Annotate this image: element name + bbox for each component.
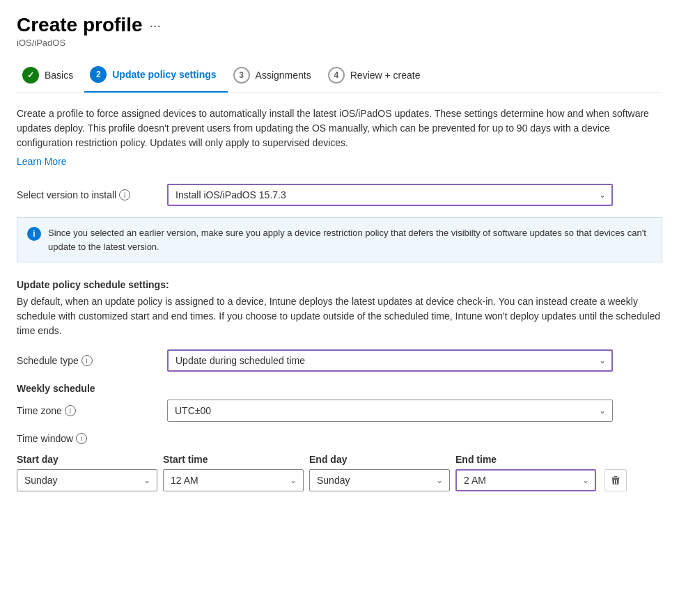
step-review-create[interactable]: 4 Review + create xyxy=(322,60,432,92)
version-dropdown-wrapper: Latest updateInstall iOS/iPadOS 15.7.3In… xyxy=(167,184,613,206)
page-subtitle: iOS/iPadOS xyxy=(17,38,662,48)
step-update-policy-label: Update policy settings xyxy=(112,69,216,80)
step-assignments[interactable]: 3 Assignments xyxy=(228,60,322,92)
page-title: Create profile xyxy=(17,14,143,36)
version-label: Select version to install i xyxy=(17,189,156,200)
schedule-section-desc: By default, when an update policy is ass… xyxy=(17,294,662,338)
info-box: i Since you selected an earlier version,… xyxy=(17,217,662,262)
learn-more-link[interactable]: Learn More xyxy=(17,156,67,167)
step-assignments-circle: 3 xyxy=(233,67,250,84)
wizard-steps: ✓ Basics 2 Update policy settings 3 Assi… xyxy=(17,59,662,93)
end-day-col: End day SundayMondayTuesdayWednesdayThur… xyxy=(309,454,450,491)
weekly-schedule-heading: Weekly schedule xyxy=(17,383,662,394)
delete-row-button[interactable] xyxy=(604,469,627,491)
schedule-type-form-row: Schedule type i Update at next check-inU… xyxy=(17,349,662,372)
time-window-grid: Start day SundayMondayTuesdayWednesdayTh… xyxy=(17,452,630,491)
end-day-dropdown-wrapper: SundayMondayTuesdayWednesdayThursdayFrid… xyxy=(309,469,450,491)
schedule-type-info-icon[interactable]: i xyxy=(81,355,93,366)
version-dropdown[interactable]: Latest updateInstall iOS/iPadOS 15.7.3In… xyxy=(167,184,613,206)
timezone-form-row: Time zone i UTC±00UTC-05:00UTC-08:00UTC+… xyxy=(17,400,662,422)
schedule-type-dropdown[interactable]: Update at next check-inUpdate during sch… xyxy=(167,349,613,372)
end-day-dropdown[interactable]: SundayMondayTuesdayWednesdayThursdayFrid… xyxy=(309,469,450,491)
step-update-policy[interactable]: 2 Update policy settings xyxy=(84,59,227,93)
info-box-icon: i xyxy=(27,227,41,241)
timezone-dropdown-wrapper: UTC±00UTC-05:00UTC-08:00UTC+01:00 ⌄ xyxy=(167,400,613,422)
start-day-header: Start day xyxy=(17,454,157,465)
time-window-label: Time window xyxy=(17,433,73,444)
time-window-info-icon[interactable]: i xyxy=(76,433,87,444)
trash-icon xyxy=(610,475,621,486)
timezone-info-icon[interactable]: i xyxy=(65,405,76,416)
delete-col xyxy=(602,452,630,491)
end-time-header: End time xyxy=(455,454,596,465)
start-time-header: Start time xyxy=(163,454,304,465)
end-time-dropdown[interactable]: 12 AM1 AM2 AM3 AM4 AM5 AM6 AM xyxy=(455,469,596,491)
timezone-label: Time zone i xyxy=(17,405,156,416)
step-basics-label: Basics xyxy=(45,70,73,81)
version-info-icon[interactable]: i xyxy=(119,189,130,200)
section-description: Create a profile to force assigned devic… xyxy=(17,106,662,150)
start-time-col: Start time 12 AM1 AM2 AM3 AM4 AM5 AM6 AM… xyxy=(163,454,304,491)
schedule-type-dropdown-wrapper: Update at next check-inUpdate during sch… xyxy=(167,349,613,372)
version-form-row: Select version to install i Latest updat… xyxy=(17,184,662,206)
step-review-create-label: Review + create xyxy=(350,70,421,81)
start-day-col: Start day SundayMondayTuesdayWednesdayTh… xyxy=(17,454,157,491)
start-time-dropdown[interactable]: 12 AM1 AM2 AM3 AM4 AM5 AM6 AM xyxy=(163,469,304,491)
step-basics[interactable]: ✓ Basics xyxy=(17,60,84,92)
step-basics-circle: ✓ xyxy=(22,67,39,84)
step-assignments-label: Assignments xyxy=(256,70,311,81)
end-time-col: End time 12 AM1 AM2 AM3 AM4 AM5 AM6 AM ⌄ xyxy=(455,454,596,491)
step-update-policy-circle: 2 xyxy=(90,66,107,83)
step-review-create-circle: 4 xyxy=(328,67,345,84)
info-box-text: Since you selected an earlier version, m… xyxy=(48,226,652,253)
start-day-dropdown[interactable]: SundayMondayTuesdayWednesdayThursdayFrid… xyxy=(17,469,157,491)
start-day-dropdown-wrapper: SundayMondayTuesdayWednesdayThursdayFrid… xyxy=(17,469,157,491)
schedule-type-label: Schedule type i xyxy=(17,355,156,366)
end-time-dropdown-wrapper: 12 AM1 AM2 AM3 AM4 AM5 AM6 AM ⌄ xyxy=(455,469,596,491)
schedule-section-title: Update policy schedule settings: xyxy=(17,279,662,290)
end-day-header: End day xyxy=(309,454,450,465)
start-time-dropdown-wrapper: 12 AM1 AM2 AM3 AM4 AM5 AM6 AM ⌄ xyxy=(163,469,304,491)
more-options-icon[interactable]: ··· xyxy=(150,17,162,33)
timezone-dropdown[interactable]: UTC±00UTC-05:00UTC-08:00UTC+01:00 xyxy=(167,400,613,422)
